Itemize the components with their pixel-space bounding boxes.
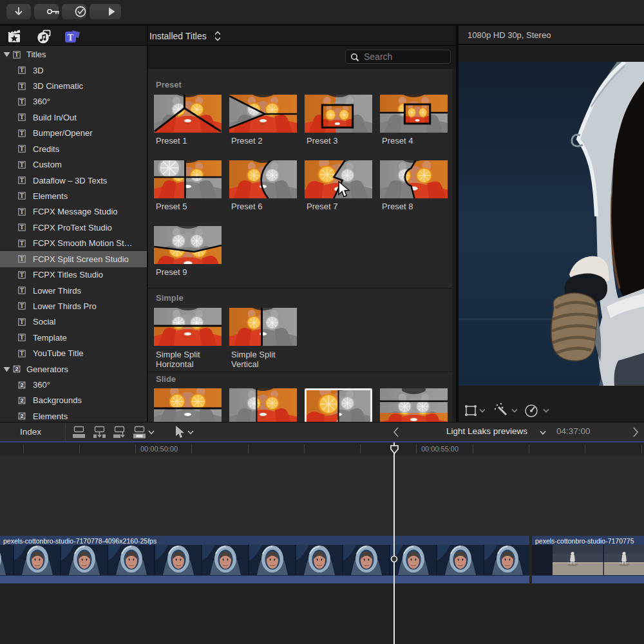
svg-text:T: T (20, 319, 24, 325)
svg-text:T: T (20, 209, 24, 215)
svg-text:T: T (20, 272, 24, 278)
svg-text:T: T (20, 335, 24, 341)
svg-text:T: T (20, 303, 24, 310)
svg-text:T: T (20, 67, 24, 73)
svg-text:T: T (20, 162, 24, 168)
svg-text:T: T (20, 83, 24, 90)
svg-text:T: T (20, 225, 24, 231)
svg-text:T: T (20, 146, 24, 153)
svg-text:T: T (20, 99, 24, 105)
svg-text:2: 2 (21, 397, 24, 404)
svg-text:T: T (20, 287, 24, 294)
svg-text:T: T (20, 350, 24, 357)
svg-text:T: T (68, 33, 74, 43)
svg-text:T: T (20, 130, 24, 137)
svg-text:T: T (20, 115, 24, 121)
svg-text:T: T (20, 256, 24, 262)
svg-text:T: T (20, 193, 24, 200)
svg-text:2: 2 (21, 413, 24, 419)
svg-text:2: 2 (21, 382, 24, 388)
svg-text:T: T (15, 52, 19, 58)
svg-text:2: 2 (15, 366, 19, 372)
svg-text:T: T (20, 240, 24, 247)
svg-text:T: T (20, 177, 24, 184)
